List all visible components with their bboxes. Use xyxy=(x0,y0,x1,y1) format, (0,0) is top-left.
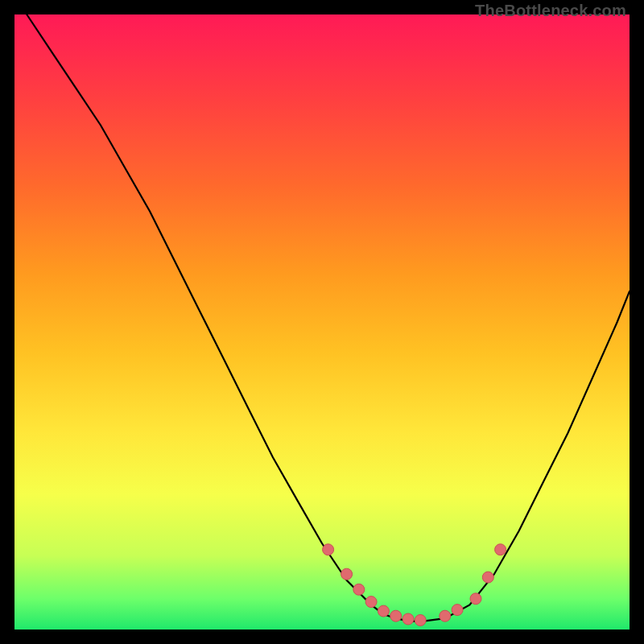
marker-dot xyxy=(415,615,426,626)
bottleneck-curve xyxy=(27,14,630,621)
marker-dot xyxy=(378,605,389,617)
marker-dot xyxy=(452,605,463,616)
marker-dot xyxy=(390,610,402,621)
marker-dot xyxy=(402,613,414,625)
marker-dot xyxy=(341,568,353,580)
marker-dot xyxy=(323,544,334,555)
marker-dot xyxy=(365,597,377,608)
marker-dot xyxy=(470,593,481,605)
marker-dot xyxy=(495,544,506,555)
curve-layer xyxy=(14,14,630,630)
marker-dot xyxy=(353,584,365,595)
marker-dot xyxy=(440,610,451,621)
marker-dot xyxy=(482,572,493,583)
chart-stage: TheBottleneck.com xyxy=(0,0,644,644)
